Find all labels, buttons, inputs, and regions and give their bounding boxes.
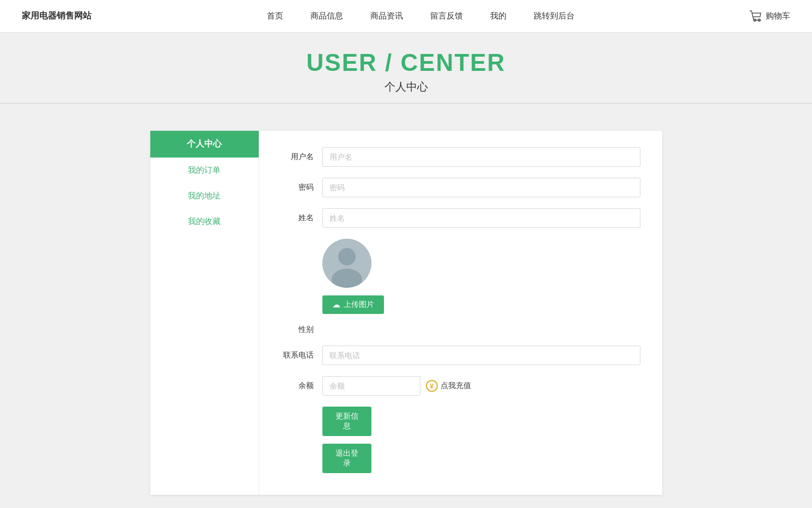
main-content: 个人中心 我的订单 我的地址 我的收藏 用户名 密码 姓名 — [150, 131, 662, 495]
balance-label: 余额 — [281, 381, 314, 391]
yuan-icon: ¥ — [426, 380, 438, 392]
balance-row: 余额 ¥ 点我充值 — [281, 376, 640, 396]
avatar-image — [322, 239, 371, 288]
phone-row: 联系电话 — [281, 346, 640, 365]
avatar — [322, 239, 371, 288]
upload-label: 上传图片 — [344, 300, 374, 310]
nav-links: 首页 商品信息 商品资讯 留言反馈 我的 跳转到后台 — [267, 11, 575, 21]
cart-label: 购物车 — [766, 11, 790, 21]
topup-label: 点我充值 — [441, 381, 471, 391]
sidebar-item-address[interactable]: 我的地址 — [150, 183, 259, 209]
balance-wrap: ¥ 点我充值 — [322, 376, 471, 396]
gender-row: 性别 — [281, 325, 640, 335]
nav-feedback[interactable]: 留言反馈 — [430, 11, 463, 21]
sidebar-item-orders[interactable]: 我的订单 — [150, 158, 259, 183]
name-label: 姓名 — [281, 213, 314, 223]
brand: 家用电器销售网站 — [22, 10, 91, 22]
nav-news[interactable]: 商品资讯 — [370, 11, 403, 21]
action-buttons: 更新信息 退出登录 — [281, 407, 640, 473]
hero-header: USER / CENTER 个人中心 — [0, 33, 812, 114]
nav-home[interactable]: 首页 — [267, 11, 283, 21]
username-input[interactable] — [322, 147, 640, 167]
avatar-section: ☁ 上传图片 — [281, 239, 640, 314]
username-row: 用户名 — [281, 147, 640, 167]
cart-button[interactable]: 购物车 — [749, 10, 790, 22]
username-label: 用户名 — [281, 152, 314, 162]
phone-input[interactable] — [322, 346, 640, 365]
upload-button[interactable]: ☁ 上传图片 — [322, 295, 384, 314]
balance-input[interactable] — [322, 376, 420, 396]
hero-divider — [0, 103, 812, 104]
hero-title-cn: 个人中心 — [0, 80, 812, 94]
hero-title-en: USER / CENTER — [0, 49, 812, 76]
nav-admin[interactable]: 跳转到后台 — [534, 11, 575, 21]
upload-icon: ☁ — [332, 300, 340, 310]
cart-icon — [749, 10, 762, 22]
name-row: 姓名 — [281, 208, 640, 228]
nav-products[interactable]: 商品信息 — [310, 11, 343, 21]
sidebar-item-personal[interactable]: 个人中心 — [150, 131, 259, 158]
gender-label: 性别 — [281, 325, 314, 335]
sidebar: 个人中心 我的订单 我的地址 我的收藏 — [150, 131, 259, 495]
password-label: 密码 — [281, 183, 314, 192]
navbar: 家用电器销售网站 首页 商品信息 商品资讯 留言反馈 我的 跳转到后台 购物车 — [0, 0, 812, 33]
nav-mine[interactable]: 我的 — [490, 11, 506, 21]
form-area: 用户名 密码 姓名 ☁ 上传图片 — [259, 131, 662, 495]
password-input[interactable] — [322, 178, 640, 197]
phone-label: 联系电话 — [281, 350, 314, 360]
svg-point-1 — [338, 248, 356, 265]
update-button[interactable]: 更新信息 — [322, 407, 371, 436]
name-input[interactable] — [322, 208, 640, 228]
sidebar-item-favorites[interactable]: 我的收藏 — [150, 209, 259, 234]
password-row: 密码 — [281, 178, 640, 197]
logout-button[interactable]: 退出登录 — [322, 444, 371, 473]
topup-button[interactable]: ¥ 点我充值 — [426, 380, 471, 392]
